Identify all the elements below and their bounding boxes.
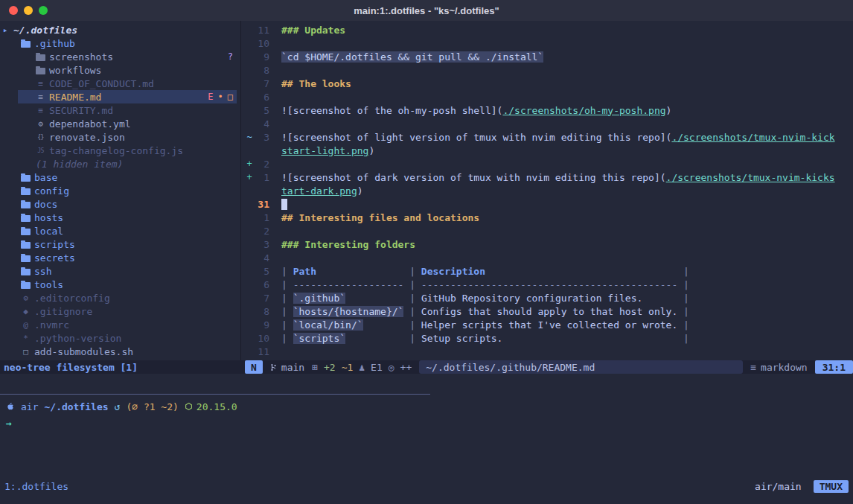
folder-icon bbox=[21, 229, 31, 235]
editor-line[interactable]: 4 bbox=[241, 251, 853, 264]
tmux-pane-border[interactable] bbox=[0, 394, 430, 395]
line-text: | `.github` | GitHub Repository configur… bbox=[281, 293, 689, 304]
editor-line[interactable]: +2 bbox=[241, 157, 853, 170]
tree-item-ssh[interactable]: ssh bbox=[0, 264, 240, 278]
mode-indicator: N bbox=[245, 360, 263, 374]
tree-root[interactable]: ▸ ~/.dotfiles bbox=[0, 23, 240, 36]
tmux-window-label[interactable]: 1:.dotfiles bbox=[4, 481, 68, 492]
line-text: tart-dark.png) bbox=[281, 185, 363, 197]
editor-line[interactable]: 7## The looks bbox=[241, 77, 853, 90]
tree-item-scripts[interactable]: scripts bbox=[0, 237, 240, 251]
folder-icon bbox=[21, 282, 31, 289]
tree-item-renovate.json[interactable]: {}renovate.json bbox=[0, 130, 240, 144]
tree-item-tag-changelog-config.js[interactable]: JStag-changelog-config.js bbox=[0, 144, 240, 157]
editor-buffer[interactable]: 11### Updates109`cd $HOME/.dotfiles && g… bbox=[241, 23, 853, 358]
editor-line[interactable]: 6| ------------------- | ---------------… bbox=[241, 278, 853, 291]
editor-line[interactable]: +1![screenshot of dark version of tmux w… bbox=[241, 170, 853, 184]
tree-item-security.md[interactable]: ≡SECURITY.md bbox=[0, 103, 240, 117]
prompt-path: ~/.dotfiles bbox=[44, 401, 108, 412]
zoom-button[interactable] bbox=[39, 6, 48, 15]
tree-item-hosts[interactable]: hosts bbox=[0, 211, 240, 224]
tree-item-1-hidden-item[interactable]: (1 hidden item) bbox=[0, 157, 240, 170]
prompt-arrow: → bbox=[6, 418, 12, 429]
editor-line[interactable]: 10 bbox=[241, 36, 853, 50]
tree-item-docs[interactable]: docs bbox=[0, 197, 240, 211]
tree-item-.nvmrc[interactable]: @.nvmrc bbox=[0, 318, 240, 331]
editor-line[interactable]: 10| `scripts` | Setup scripts. | bbox=[241, 331, 853, 345]
tree-item-label: local bbox=[34, 226, 63, 237]
tree-item-label: .gitignore bbox=[34, 306, 92, 317]
markdown-icon: ≡ bbox=[750, 362, 756, 373]
line-text: ## Interesting files and locations bbox=[281, 212, 479, 223]
line-number: 7 bbox=[253, 78, 269, 89]
tree-item-tools[interactable]: tools bbox=[0, 278, 240, 291]
tree-item-.editorconfig[interactable]: ⚙.editorconfig bbox=[0, 291, 240, 304]
tree-item-label: tools bbox=[34, 279, 63, 290]
editor-line[interactable]: 6 bbox=[241, 90, 853, 103]
titlebar: main:1:.dotfiles - "ks~/.dotfiles" bbox=[0, 0, 853, 22]
line-text: ### Interesting folders bbox=[281, 239, 415, 250]
editor-line[interactable]: 2 bbox=[241, 224, 853, 237]
tree-item-label: .python-version bbox=[34, 333, 121, 344]
editor-line[interactable]: 11### Updates bbox=[241, 23, 853, 36]
editor-line[interactable]: 3### Interesting folders bbox=[241, 237, 853, 251]
editor-line[interactable]: 9`cd $HOME/.dotfiles && git pull && ./in… bbox=[241, 50, 853, 63]
line-text: | `hosts/{hostname}/` | Configs that sho… bbox=[281, 306, 689, 317]
editor-line[interactable]: 8| `hosts/{hostname}/` | Configs that sh… bbox=[241, 304, 853, 318]
tree-item-.github[interactable]: .github bbox=[0, 36, 240, 50]
tree-item-label: CODE_OF_CONDUCT.md bbox=[49, 78, 154, 89]
line-text: | Path | Description | bbox=[281, 266, 689, 277]
git-branch-icon bbox=[269, 363, 278, 372]
editor-wrap-line[interactable]: start-light.png) bbox=[241, 144, 853, 157]
statusline: neo-tree filesystem [1] N main ⊞+2~1♟E1◎… bbox=[0, 360, 853, 374]
statusline-item: ⊞ bbox=[312, 362, 318, 373]
tree-item-label: hosts bbox=[34, 212, 63, 223]
node-version-segment: 20.15.0 bbox=[185, 401, 237, 412]
tree-item-config[interactable]: config bbox=[0, 184, 240, 197]
editor-wrap-line[interactable]: tart-dark.png) bbox=[241, 184, 853, 197]
editor-line[interactable]: 8 bbox=[241, 63, 853, 77]
editor-line[interactable]: 5![screenshot of the oh-my-posh shell](.… bbox=[241, 103, 853, 117]
line-text: start-light.png) bbox=[281, 145, 374, 156]
line-number: 5 bbox=[253, 105, 269, 116]
node-hexagon-icon bbox=[185, 402, 193, 411]
editor-line[interactable]: 9| `local/bin/` | Helper scripts that I'… bbox=[241, 318, 853, 331]
editor-line[interactable]: 31 bbox=[241, 197, 853, 211]
line-number: 9 bbox=[253, 51, 269, 63]
line-number: 2 bbox=[253, 226, 269, 237]
line-text: ### Updates bbox=[281, 25, 345, 36]
tree-item-label: .editorconfig bbox=[34, 293, 110, 304]
editor-line[interactable]: 7| `.github` | GitHub Repository configu… bbox=[241, 291, 853, 304]
tree-item-code-of-conduct.md[interactable]: ≡CODE_OF_CONDUCT.md bbox=[0, 77, 240, 90]
editor-line[interactable]: 5| Path | Description | bbox=[241, 264, 853, 278]
line-number: 5 bbox=[253, 266, 269, 277]
tree-item-base[interactable]: base bbox=[0, 170, 240, 184]
tmux-badge: TMUX bbox=[814, 480, 849, 493]
tree-item-.python-version[interactable]: *.python-version bbox=[0, 331, 240, 345]
editor-line[interactable]: 1## Interesting files and locations bbox=[241, 211, 853, 224]
folder-icon bbox=[21, 215, 31, 222]
tree-item-local[interactable]: local bbox=[0, 224, 240, 237]
line-number: 9 bbox=[253, 319, 269, 331]
line-number: 6 bbox=[253, 279, 269, 290]
tree-item-dependabot.yml[interactable]: ⚙dependabot.yml bbox=[0, 117, 240, 130]
tree-item-workflows[interactable]: workflows bbox=[0, 63, 240, 77]
editor-line[interactable]: ~3![screenshot of light version of tmux … bbox=[241, 130, 853, 144]
shell-input-line[interactable]: → bbox=[0, 416, 853, 430]
tree-item-readme.md[interactable]: ≡README.mdE•□ bbox=[0, 90, 240, 103]
tree-item-.gitignore[interactable]: ◆.gitignore bbox=[0, 304, 240, 318]
tree-item-label: docs bbox=[34, 199, 57, 210]
line-text: ![screenshot of light version of tmux wi… bbox=[281, 132, 835, 143]
file-icon: * bbox=[21, 334, 31, 343]
minimize-button[interactable] bbox=[24, 6, 33, 15]
editor-line[interactable]: 11 bbox=[241, 345, 853, 358]
tree-item-secrets[interactable]: secrets bbox=[0, 251, 240, 264]
tmux-workspace: ▸ ~/.dotfiles .githubscreenshots?workflo… bbox=[0, 21, 853, 504]
close-button[interactable] bbox=[9, 6, 18, 15]
tree-item-screenshots[interactable]: screenshots? bbox=[0, 50, 240, 63]
shell-pane[interactable]: air ~/.dotfiles ↺ (⌀ ?1 ~2) 20.15.0 → bbox=[0, 400, 853, 430]
editor-line[interactable]: 4 bbox=[241, 117, 853, 130]
line-number: 7 bbox=[253, 293, 269, 304]
cursor-block bbox=[281, 199, 287, 210]
tree-item-add-submodules.sh[interactable]: □add-submodules.sh bbox=[0, 345, 240, 358]
